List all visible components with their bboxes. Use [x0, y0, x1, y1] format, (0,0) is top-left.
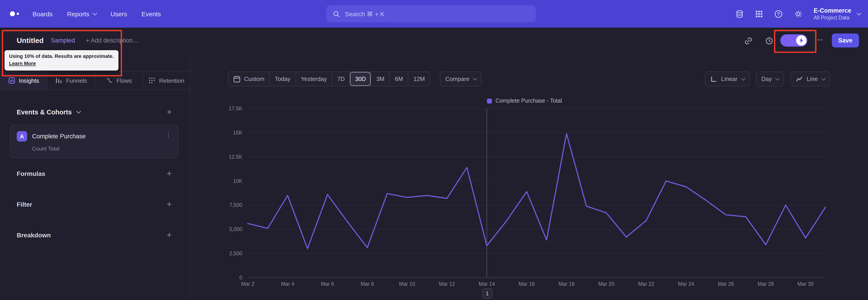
report-header: Untitled Sampled + Add description... ⋯ …: [0, 28, 868, 53]
svg-text:0: 0: [239, 275, 242, 280]
gear-icon[interactable]: [794, 9, 803, 18]
event-card[interactable]: A Complete Purchase ⋮ Count Total: [10, 125, 178, 158]
chart-type-select[interactable]: Line: [790, 71, 830, 86]
range-today[interactable]: Today: [270, 72, 296, 86]
chart-panel: Custom Today Yesterday 7D 30D 3M 6M 12M …: [190, 53, 868, 300]
kebab-menu-icon[interactable]: ⋮: [165, 131, 172, 139]
report-type-tabs: Insights Funnels Flows Retention: [0, 71, 190, 90]
svg-text:Mar 24: Mar 24: [678, 281, 694, 287]
history-icon[interactable]: [765, 37, 774, 45]
range-custom[interactable]: Custom: [228, 72, 270, 86]
sampling-tooltip: Using 10% of data. Results are approxima…: [4, 50, 118, 70]
svg-text:5,000: 5,000: [229, 226, 242, 232]
help-icon[interactable]: ?: [774, 9, 783, 18]
svg-text:Mar 28: Mar 28: [758, 281, 774, 287]
nav-item-events[interactable]: Events: [142, 10, 161, 18]
add-description[interactable]: + Add description...: [86, 37, 138, 44]
scale-select[interactable]: Linear: [705, 71, 749, 86]
range-6m[interactable]: 6M: [390, 72, 408, 86]
app-window: Boards Reports Users Events Search ⌘ + K: [0, 0, 868, 300]
learn-more-link[interactable]: Learn More: [9, 61, 36, 66]
save-button[interactable]: Save: [832, 33, 859, 48]
top-nav: Boards Reports Users Events Search ⌘ + K: [0, 0, 868, 28]
sidebar: Insights Funnels Flows Retention: [0, 53, 190, 300]
section-formulas-label: Formulas: [17, 170, 45, 177]
apps-grid-icon[interactable]: [755, 10, 763, 18]
scale-label: Linear: [721, 76, 737, 82]
search-icon: [333, 10, 340, 18]
annotation-badge[interactable]: 1: [483, 289, 492, 298]
svg-text:Mar 12: Mar 12: [439, 281, 455, 287]
compare-button[interactable]: Compare: [440, 71, 482, 86]
nav-item-users[interactable]: Users: [111, 10, 127, 18]
logo[interactable]: [10, 11, 19, 16]
search-input[interactable]: Search ⌘ + K: [327, 5, 536, 22]
svg-text:Mar 26: Mar 26: [718, 281, 734, 287]
tab-funnels-label: Funnels: [66, 77, 87, 84]
link-icon[interactable]: [744, 37, 753, 45]
events-cohorts-label: Events & Cohorts: [17, 108, 72, 116]
tab-flows-label: Flows: [116, 77, 132, 84]
svg-text:7,500: 7,500: [229, 202, 242, 208]
add-event-button[interactable]: +: [167, 108, 172, 116]
project-switcher[interactable]: E-Commerce All Project Data: [813, 7, 860, 20]
svg-text:17.5K: 17.5K: [229, 106, 243, 112]
legend-label: Complete Purchase - Total: [495, 98, 562, 104]
svg-text:Mar 6: Mar 6: [321, 281, 334, 287]
flows-icon: [105, 77, 113, 84]
svg-text:Mar 10: Mar 10: [399, 281, 415, 287]
range-7d[interactable]: 7D: [332, 72, 350, 86]
svg-text:Mar 30: Mar 30: [798, 281, 814, 287]
add-formula-button[interactable]: +: [167, 169, 172, 178]
tab-insights[interactable]: Insights: [0, 71, 48, 90]
line-chart[interactable]: 02,5005,0007,50010K12.5K15K17.5KMar 2Mar…: [217, 105, 832, 292]
chart-type-label: Line: [807, 76, 818, 82]
event-metric[interactable]: Count Total: [32, 146, 59, 152]
tab-funnels[interactable]: Funnels: [48, 71, 95, 90]
more-icon[interactable]: ⋯: [815, 34, 824, 46]
search-placeholder: Search ⌘ + K: [345, 10, 384, 18]
events-cohorts-header[interactable]: Events & Cohorts: [17, 108, 79, 116]
lightning-icon: [799, 37, 804, 43]
svg-text:?: ?: [777, 11, 780, 16]
svg-text:Mar 14: Mar 14: [479, 281, 495, 287]
insights-icon: [8, 77, 15, 84]
legend[interactable]: Complete Purchase - Total: [217, 98, 832, 104]
nav-item-reports[interactable]: Reports: [67, 10, 96, 18]
funnels-icon: [55, 77, 63, 84]
chevron-down-icon: [776, 76, 780, 81]
section-breakdown-label: Breakdown: [17, 231, 51, 239]
tab-retention[interactable]: Retention: [143, 71, 190, 90]
sampling-tooltip-text: Using 10% of data. Results are approxima…: [9, 53, 114, 59]
legend-swatch: [487, 98, 492, 103]
event-name: Complete Purchase: [32, 133, 86, 140]
granularity-select[interactable]: Day: [756, 71, 784, 86]
add-filter-button[interactable]: +: [167, 200, 172, 208]
report-title[interactable]: Untitled: [17, 36, 43, 44]
sampling-toggle[interactable]: [780, 34, 807, 47]
range-12m[interactable]: 12M: [408, 72, 430, 86]
chevron-down-icon: [93, 11, 97, 16]
range-30d[interactable]: 30D: [350, 72, 371, 86]
range-yesterday[interactable]: Yesterday: [296, 72, 332, 86]
tab-flows[interactable]: Flows: [95, 71, 143, 90]
line-chart-icon: [796, 75, 803, 83]
svg-text:10K: 10K: [233, 178, 243, 184]
nav-item-boards[interactable]: Boards: [33, 10, 53, 18]
event-letter-badge: A: [17, 131, 27, 142]
tab-retention-label: Retention: [159, 77, 184, 84]
date-range-picker: Custom Today Yesterday 7D 30D 3M 6M 12M: [228, 71, 430, 86]
svg-text:Mar 4: Mar 4: [281, 281, 294, 287]
svg-text:Mar 8: Mar 8: [361, 281, 374, 287]
chevron-down-icon: [473, 76, 477, 81]
range-3m[interactable]: 3M: [371, 72, 390, 86]
logo-dot-large: [10, 11, 15, 16]
toggle-knob: [796, 35, 807, 46]
svg-text:12.5K: 12.5K: [229, 154, 243, 160]
chevron-down-icon: [822, 76, 826, 81]
main-nav: Boards Reports Users Events: [33, 10, 161, 18]
range-custom-label: Custom: [244, 76, 265, 82]
data-icon[interactable]: [735, 9, 744, 18]
add-breakdown-button[interactable]: +: [167, 231, 172, 239]
sampled-badge[interactable]: Sampled: [51, 37, 75, 44]
